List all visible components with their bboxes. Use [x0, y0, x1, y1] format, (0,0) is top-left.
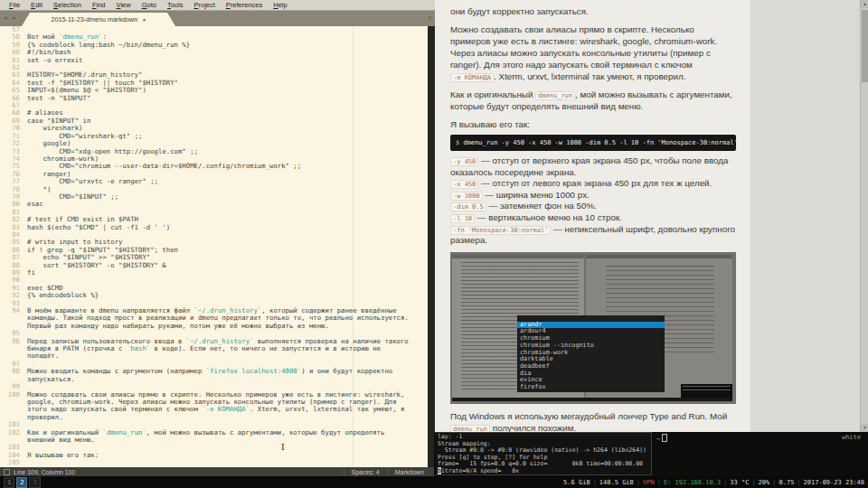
status-position: Line 109, Column 110 [14, 469, 75, 475]
editor-lines: 57 58Вот мой `dmenu_run`:59{% codeblock … [0, 26, 428, 467]
text-run: Как и оригинальный [450, 89, 535, 99]
line-text: Я вызываю его так: [27, 452, 428, 459]
text-run: — отступ от левого края экрана 450 px дл… [478, 178, 712, 188]
line-number: 98 [0, 368, 20, 383]
line-text: {% endcodeblock %} [27, 292, 428, 299]
line-text: Перед записью пользовательского ввода в … [27, 338, 428, 361]
editor-status-bar: Line 109, Column 110 Spaces: 4 Markdown [0, 467, 435, 476]
status-separator: | [772, 479, 776, 486]
status-separator: | [797, 479, 800, 486]
menu-project[interactable]: Project [193, 1, 214, 9]
tab-overflow-icon[interactable]: ▾ [428, 14, 431, 22]
tab-active[interactable]: 2015-11-23-dmenu.markdown ● [22, 13, 175, 26]
text-run: получился похожим. [490, 423, 576, 432]
inline-code: -l 10 [450, 214, 475, 223]
line-text: test -n "$INPUT" [27, 95, 428, 102]
line-text: CMD="chromium --user-data-dir=$HOME/.con… [27, 163, 428, 170]
text-run: — ширина меню 1000 px. [483, 190, 590, 200]
scroll-down-icon[interactable]: ▼ [861, 424, 868, 432]
status-spaces[interactable]: Spaces: 4 [344, 469, 387, 475]
scrollbar-thumb[interactable] [862, 10, 868, 82]
editor-line: 67 [0, 102, 428, 109]
inline-code: -w 1000 [450, 192, 483, 201]
i3-status-item: VPN [643, 479, 655, 486]
ffmpeg-output-pane[interactable]: lay: -1Stream mapping: Stream #0:0 -> #0… [435, 432, 652, 475]
paragraph: Можно создавать свои алиасы прямо в скри… [450, 23, 736, 82]
tab-title: 2015-11-23-dmenu.markdown [52, 15, 138, 23]
mouse-ibeam-cursor: I [281, 443, 285, 452]
editor-line: 92{% endcodeblock %} [0, 292, 428, 299]
text-run: . Xterm, urxvt, lxterminal так умеют, я … [494, 71, 685, 81]
text-run: Можно создавать свои алиасы прямо в скри… [450, 24, 717, 70]
paragraph: Под Windows я использую мегаудобный лонч… [450, 410, 736, 432]
line-text: set -o errexit [27, 57, 428, 64]
line-text: case "$INPUT" in [27, 117, 428, 125]
workspace-3[interactable]: 3 [29, 477, 40, 488]
line-text: Можно вводить команды с аргументом (напр… [27, 368, 428, 383]
system-status: 5.6 GiB|140.5 GiB|VPN|E: 192.168.10.3|33… [563, 479, 864, 486]
tab-nav-forward-icon[interactable]: ▸ [13, 14, 16, 22]
i3-status-item: 2017-09-23 23:48 [804, 479, 864, 486]
line-number: 96 [0, 338, 20, 361]
browser-window: они будут корректно запускаться. Можно с… [435, 0, 868, 432]
scroll-up-icon[interactable]: ▲ [861, 0, 868, 8]
editor-line: 89fi [0, 269, 428, 277]
i3-status-item: E: 192.168.10.3 [664, 479, 721, 486]
tab-modified-dot-icon: ● [142, 16, 146, 23]
menu-file[interactable]: File [9, 1, 20, 9]
terminal-window[interactable]: lay: -1Stream mapping: Stream #0:0 -> #0… [434, 432, 868, 476]
menu-help[interactable]: Help [273, 1, 287, 9]
menu-preferences[interactable]: Preferences [226, 1, 262, 9]
editor-line: 80esac [0, 201, 428, 208]
terminal-cursor [662, 434, 667, 442]
tab-nav-back-icon[interactable]: ◂ [4, 14, 7, 22]
text-run: — затемняет фон на 50%. [486, 201, 597, 211]
text-run: — вертикальное меню на 10 строк. [475, 212, 622, 222]
line-text: CMD="wireshark-qt" ;; [27, 133, 428, 140]
status-separator: | [657, 479, 661, 486]
menu-view[interactable]: View [117, 1, 131, 9]
editor-scrollbar-strip[interactable] [428, 26, 435, 467]
editor-line: 66test -n "$INPUT" [0, 95, 428, 102]
status-separator: | [723, 479, 727, 486]
inline-code: -y 450 [450, 157, 478, 166]
dmenu-item: firefox [517, 384, 665, 391]
inline-code: -dim 0.5 [450, 202, 486, 211]
line-number: 94 [0, 307, 20, 330]
line-text: В моём варианте в dmenu направляется фай… [27, 307, 428, 330]
editor-line: 83hash $(echo "$CMD" | cut -f1 -d ' ') [0, 224, 428, 231]
text-run: они будут корректно запускаться. [450, 6, 589, 16]
line-number: 100 [0, 391, 20, 422]
menu-goto[interactable]: Goto [142, 1, 156, 9]
terminal-right-label: white [842, 434, 861, 441]
menu-find[interactable]: Find [92, 1, 106, 9]
i3-status-item: 0.75 [778, 479, 794, 486]
status-separator: | [637, 479, 640, 486]
dmenu-item-list: arandrardour4chromiumchromium --incognit… [517, 322, 665, 391]
editor-line: 90 [0, 277, 428, 284]
terminal-output: lay: -1Stream mapping: Stream #0:0 -> #0… [438, 434, 648, 475]
status-panel-icon[interactable] [4, 469, 10, 475]
line-text: #!/bin/bash [27, 49, 428, 56]
paragraph: Я вызываю его так: [450, 118, 736, 130]
menu-bar: FileEditSelectionFindViewGotoToolsProjec… [0, 0, 435, 11]
status-syntax[interactable]: Markdown [387, 469, 431, 475]
browser-scrollbar[interactable]: ▲ ▼ [860, 0, 868, 432]
workspace-2[interactable]: 2 [16, 477, 27, 488]
text-run: — отступ от верхнего края экрана 450 px,… [450, 155, 728, 177]
i3-bar: 123 5.6 GiB|140.5 GiB|VPN|E: 192.168.10.… [0, 476, 868, 488]
wrap-guide-ruler [353, 26, 354, 467]
menu-tools[interactable]: Tools [167, 1, 184, 9]
line-text: hash $(echo "$CMD" | cut -f1 -d ' ') [27, 224, 428, 231]
status-separator: | [751, 479, 755, 486]
editor-line: 61set -o errexit [0, 57, 428, 64]
editor-line: 94В моём варианте в dmenu направляется ф… [0, 307, 428, 330]
line-text: CMD="$INPUT" ;; [27, 193, 428, 201]
editor-window: FileEditSelectionFindViewGotoToolsProjec… [0, 0, 435, 476]
editor-text-area[interactable]: 57 58Вот мой `dmenu_run`:59{% codeblock … [0, 26, 428, 467]
menu-edit[interactable]: Edit [31, 1, 42, 9]
workspace-1[interactable]: 1 [4, 477, 14, 488]
dmenu-item: deadbeef [517, 363, 665, 371]
i3-status-item: 20% [759, 479, 770, 486]
menu-selection[interactable]: Selection [53, 1, 81, 9]
